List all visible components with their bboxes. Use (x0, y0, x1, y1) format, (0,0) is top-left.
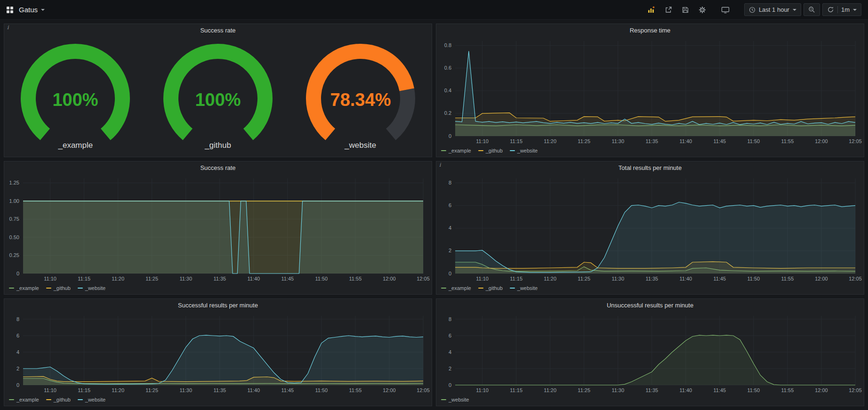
svg-text:11:15: 11:15 (510, 138, 522, 144)
svg-text:11:45: 11:45 (714, 138, 726, 144)
clock-icon (749, 7, 755, 13)
share-button[interactable] (661, 3, 675, 16)
save-button[interactable] (678, 3, 692, 16)
svg-text:11:25: 11:25 (578, 387, 590, 393)
legend-swatch (478, 288, 483, 289)
svg-text:11:35: 11:35 (213, 276, 226, 281)
panel-title-success-rate-graph[interactable]: Success rate (4, 161, 432, 174)
magnifier-minus-icon (808, 6, 815, 13)
settings-button[interactable] (695, 3, 709, 16)
svg-text:11:20: 11:20 (544, 276, 556, 281)
panel-info-icon[interactable]: i (7, 24, 9, 31)
svg-text:8: 8 (449, 316, 451, 322)
legend-swatch (9, 288, 14, 289)
svg-text:0.4: 0.4 (444, 88, 451, 93)
svg-text:11:40: 11:40 (679, 387, 692, 393)
chevron-down-icon (853, 9, 857, 11)
svg-text:11:15: 11:15 (510, 387, 522, 393)
panel-info-icon[interactable]: i (439, 162, 441, 168)
panel-title-successful-results[interactable]: Successful results per minute (4, 299, 432, 311)
gear-icon (699, 6, 706, 14)
svg-text:11:50: 11:50 (315, 276, 328, 281)
add-panel-button[interactable] (644, 3, 659, 16)
svg-text:0: 0 (16, 382, 19, 388)
panel-title-response-time[interactable]: Response time (436, 24, 864, 36)
svg-text:12:05: 12:05 (417, 276, 430, 281)
zoom-out-button[interactable] (804, 3, 820, 16)
response-time-chart-area[interactable]: 11:1011:1511:2011:2511:3011:3511:4011:45… (436, 36, 864, 146)
successful-results-chart-area[interactable]: 11:1011:1511:2011:2511:3011:3511:4011:45… (4, 311, 432, 395)
svg-text:2: 2 (16, 366, 19, 371)
cycle-view-mode-button[interactable] (718, 3, 733, 16)
legend-swatch (78, 399, 83, 400)
gauge-arc: 78.34% (297, 43, 424, 143)
svg-text:11:40: 11:40 (679, 138, 692, 144)
svg-text:11:35: 11:35 (645, 387, 658, 393)
dashboards-grid-icon[interactable] (7, 7, 13, 13)
panel-success-rate-gauges: i Success rate 100%_example100%_github78… (4, 24, 432, 157)
legend-item-_github[interactable]: _github (478, 148, 503, 153)
svg-text:11:15: 11:15 (510, 276, 522, 281)
svg-text:0.50: 0.50 (9, 234, 19, 240)
divider (837, 6, 838, 13)
svg-text:11:25: 11:25 (145, 276, 158, 281)
time-range-picker[interactable]: Last 1 hour (744, 3, 801, 16)
legend-label: _github (486, 285, 503, 291)
gauge-arc: 100% (154, 43, 281, 143)
refresh-icon (827, 6, 834, 13)
gauge-_github: 100%_github (154, 43, 281, 150)
total-results-chart-area[interactable]: 11:1011:1511:2011:2511:3011:3511:4011:45… (436, 174, 864, 284)
panel-title-success-rate-gauges[interactable]: Success rate (4, 24, 432, 36)
legend-item-_example[interactable]: _example (9, 397, 39, 402)
legend-item-_website[interactable]: _website (510, 285, 538, 291)
legend-item-_github[interactable]: _github (478, 285, 503, 291)
svg-text:12:00: 12:00 (383, 276, 396, 281)
legend-item-_github[interactable]: _github (46, 285, 71, 291)
response-time-chart[interactable]: 11:1011:1511:2011:2511:3011:3511:4011:45… (436, 36, 864, 146)
svg-text:0.2: 0.2 (444, 110, 451, 116)
successful-results-chart[interactable]: 11:1011:1511:2011:2511:3011:3511:4011:45… (4, 311, 432, 395)
dashboard-title-dropdown[interactable]: Gatus (19, 6, 45, 14)
legend-item-_website[interactable]: _website (510, 148, 538, 153)
legend-item-_github[interactable]: _github (46, 397, 71, 402)
svg-text:8: 8 (16, 316, 19, 322)
legend-item-_example[interactable]: _example (441, 148, 471, 153)
legend-item-_website[interactable]: _website (78, 285, 105, 291)
svg-text:12:05: 12:05 (849, 276, 862, 281)
panel-title-unsuccessful-results[interactable]: Unsuccessful results per minute (436, 299, 864, 311)
chevron-down-icon (41, 9, 45, 11)
refresh-picker[interactable]: 1m (822, 3, 861, 16)
dashboard-grid: i Success rate 100%_example100%_github78… (0, 20, 868, 410)
svg-text:0.75: 0.75 (9, 216, 19, 222)
svg-text:0: 0 (449, 133, 451, 139)
legend-swatch (46, 399, 51, 400)
svg-text:11:30: 11:30 (611, 138, 624, 144)
svg-text:11:30: 11:30 (179, 387, 192, 393)
dashboard-title: Gatus (19, 6, 38, 14)
legend-item-_website[interactable]: _website (78, 397, 105, 402)
legend-label: _github (54, 285, 71, 291)
panel-title-text: Total results per minute (619, 164, 682, 171)
response-time-legend: _example_github_website (436, 146, 864, 157)
unsuccessful-results-chart-area[interactable]: 11:1011:1511:2011:2511:3011:3511:4011:45… (436, 311, 864, 395)
svg-text:0.8: 0.8 (444, 42, 451, 48)
gauge-label: _github (205, 141, 231, 150)
svg-text:11:50: 11:50 (747, 276, 760, 281)
unsuccessful-results-chart[interactable]: 11:1011:1511:2011:2511:3011:3511:4011:45… (436, 311, 864, 395)
legend-item-_website[interactable]: _website (441, 397, 469, 402)
success-rate-chart-area[interactable]: 11:1011:1511:2011:2511:3011:3511:4011:45… (4, 174, 432, 284)
bar-chart-plus-icon (647, 6, 655, 14)
panel-title-total-results[interactable]: Total results per minute (436, 161, 864, 174)
legend-item-_example[interactable]: _example (441, 285, 471, 291)
legend-item-_example[interactable]: _example (9, 285, 39, 291)
svg-text:2: 2 (449, 248, 451, 253)
success-rate-chart[interactable]: 11:1011:1511:2011:2511:3011:3511:4011:45… (4, 174, 432, 284)
svg-text:11:20: 11:20 (544, 138, 556, 144)
panel-success-rate-graph: Success rate 11:1011:1511:2011:2511:3011… (4, 161, 432, 295)
gauge-_example: 100%_example (12, 43, 139, 150)
svg-text:11:50: 11:50 (315, 387, 328, 393)
svg-text:11:30: 11:30 (179, 276, 192, 281)
svg-text:11:40: 11:40 (247, 276, 260, 281)
unsuccessful-results-legend: _website (436, 395, 864, 406)
total-results-chart[interactable]: 11:1011:1511:2011:2511:3011:3511:4011:45… (436, 174, 864, 284)
